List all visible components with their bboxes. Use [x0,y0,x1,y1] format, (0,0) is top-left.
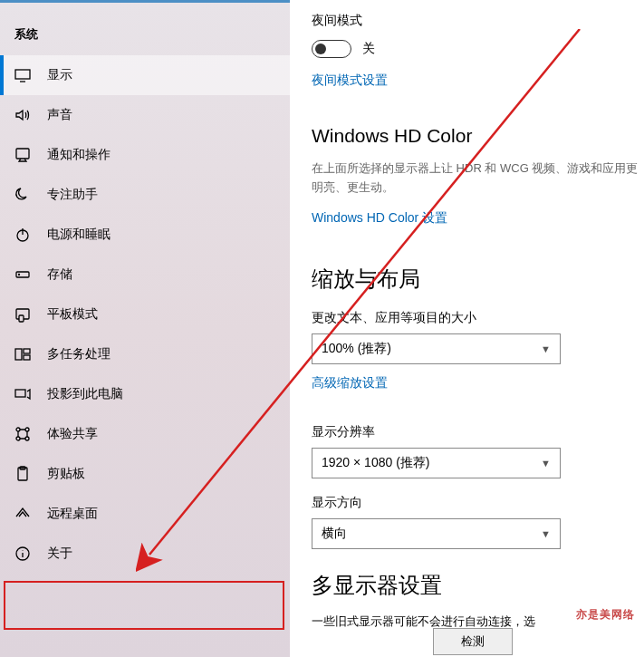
moon-icon [14,187,31,203]
main-content: 夜间模式 关 夜间模式设置 Windows HD Color 在上面所选择的显示… [290,0,644,657]
multi-display-title: 多显示器设置 [312,571,644,600]
sidebar-item-label: 专注助手 [47,187,98,203]
sidebar-item-storage[interactable]: 存储 [0,255,290,295]
svg-rect-2 [16,149,29,159]
sidebar-item-label: 通知和操作 [47,147,111,163]
sidebar-item-label: 电源和睡眠 [47,227,111,243]
svg-point-13 [16,428,20,431]
orientation-label: 显示方向 [312,495,644,511]
chevron-down-icon: ▼ [541,343,551,354]
svg-point-14 [25,428,29,431]
resolution-label: 显示分辨率 [312,424,644,440]
sidebar-item-clipboard[interactable]: 剪贴板 [0,454,290,494]
sidebar-item-power[interactable]: 电源和睡眠 [0,215,290,255]
svg-point-16 [25,437,29,440]
notification-icon [14,147,31,163]
sidebar-item-label: 平板模式 [47,306,98,323]
svg-rect-11 [24,355,30,360]
night-mode-toggle[interactable] [312,40,351,58]
sidebar-item-project[interactable]: 投影到此电脑 [0,374,290,414]
annotation-highlight-box [4,581,284,630]
sidebar-item-label: 显示 [47,67,72,83]
sidebar-title: 系统 [0,10,290,55]
advanced-scale-link[interactable]: 高级缩放设置 [312,375,388,391]
monitor-icon [14,67,31,83]
sidebar-item-about[interactable]: 关于 [0,534,290,574]
sidebar-item-focus[interactable]: 专注助手 [0,175,290,215]
sidebar-item-share[interactable]: 体验共享 [0,414,290,454]
sidebar-item-remote[interactable]: 远程桌面 [0,494,290,534]
sidebar-item-label: 声音 [47,107,72,123]
svg-rect-12 [15,390,25,397]
chevron-down-icon: ▼ [541,528,551,539]
svg-point-15 [16,437,20,440]
svg-rect-10 [24,349,30,353]
chevron-down-icon: ▼ [541,458,551,469]
resolution-value: 1920 × 1080 (推荐) [322,455,429,471]
share-icon [14,426,31,442]
storage-icon [14,266,31,283]
clipboard-icon [14,466,31,482]
hd-color-title: Windows HD Color [312,125,644,147]
sidebar-item-tablet[interactable]: 平板模式 [0,295,290,334]
orientation-dropdown[interactable]: 横向 ▼ [312,518,561,549]
night-mode-settings-link[interactable]: 夜间模式设置 [312,72,388,89]
sidebar-item-label: 体验共享 [47,426,98,442]
sidebar-item-label: 远程桌面 [47,506,98,522]
sidebar: 系统 显示 声音 通知和操作 专注助手 电源和睡眠 存储 [0,0,290,657]
svg-rect-0 [15,70,30,79]
sidebar-item-label: 剪贴板 [47,466,85,482]
sidebar-item-notifications[interactable]: 通知和操作 [0,135,290,175]
watermark-text: 亦是美网络 [576,607,635,623]
sidebar-item-label: 多任务处理 [47,346,111,362]
night-mode-state: 关 [362,41,375,57]
svg-rect-9 [15,349,22,360]
remote-icon [14,506,31,522]
multitask-icon [14,346,31,362]
sidebar-item-display[interactable]: 显示 [0,55,290,95]
power-icon [14,227,31,243]
sidebar-item-label: 关于 [47,546,72,562]
sidebar-item-label: 存储 [47,266,72,283]
info-icon [14,546,31,562]
svg-point-6 [19,275,20,275]
speaker-icon [14,107,31,123]
tablet-icon [14,306,31,323]
orientation-value: 横向 [322,526,347,542]
resolution-dropdown[interactable]: 1920 × 1080 (推荐) ▼ [312,448,561,478]
scale-layout-title: 缩放与布局 [312,265,644,294]
text-size-label: 更改文本、应用等项目的大小 [312,310,644,326]
sidebar-item-sound[interactable]: 声音 [0,95,290,135]
night-mode-label: 夜间模式 [312,13,644,29]
hd-color-link[interactable]: Windows HD Color 设置 [312,210,447,227]
hd-color-desc: 在上面所选择的显示器上让 HDR 和 WCG 视频、游戏和应用更明亮、更生动。 [312,159,644,198]
project-icon [14,386,31,402]
text-size-value: 100% (推荐) [322,341,391,357]
sidebar-item-multitask[interactable]: 多任务处理 [0,334,290,374]
svg-rect-8 [19,315,24,322]
detect-button[interactable]: 检测 [433,628,513,655]
sidebar-item-label: 投影到此电脑 [47,386,123,402]
text-size-dropdown[interactable]: 100% (推荐) ▼ [312,333,561,364]
